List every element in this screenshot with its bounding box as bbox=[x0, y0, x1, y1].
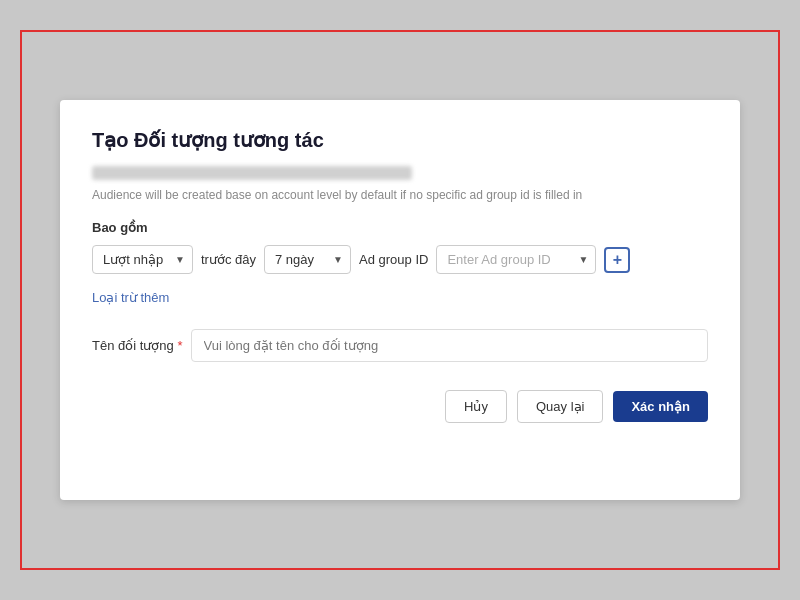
audience-name-input[interactable] bbox=[191, 329, 708, 362]
ad-group-select-wrapper[interactable]: Enter Ad group ID ▼ bbox=[436, 245, 596, 274]
type-select-wrapper[interactable]: Lượt nhập Lượt xem ▼ bbox=[92, 245, 193, 274]
modal-container: Tạo Đối tượng tương tác Audience will be… bbox=[60, 100, 740, 500]
exclude-link[interactable]: Loại trừ thêm bbox=[92, 290, 169, 305]
name-label: Tên đối tượng * bbox=[92, 338, 183, 353]
include-row: Lượt nhập Lượt xem ▼ trước đây 7 ngày 14… bbox=[92, 245, 708, 274]
confirm-button[interactable]: Xác nhận bbox=[613, 391, 708, 422]
ad-group-select[interactable]: Enter Ad group ID bbox=[436, 245, 596, 274]
back-button[interactable]: Quay lại bbox=[517, 390, 603, 423]
section-include-label: Bao gồm bbox=[92, 220, 708, 235]
ad-group-label: Ad group ID bbox=[359, 252, 428, 267]
name-row: Tên đối tượng * bbox=[92, 329, 708, 362]
blurred-row bbox=[92, 166, 412, 180]
footer-row: Hủy Quay lại Xác nhận bbox=[92, 390, 708, 423]
add-ad-group-button[interactable]: + bbox=[604, 247, 630, 273]
hint-text: Audience will be created base on account… bbox=[92, 188, 708, 202]
outer-border: Tạo Đối tượng tương tác Audience will be… bbox=[20, 30, 780, 570]
days-select[interactable]: 7 ngày 14 ngày 30 ngày bbox=[264, 245, 351, 274]
type-select[interactable]: Lượt nhập Lượt xem bbox=[92, 245, 193, 274]
modal-title: Tạo Đối tượng tương tác bbox=[92, 128, 708, 152]
cancel-button[interactable]: Hủy bbox=[445, 390, 507, 423]
days-select-wrapper[interactable]: 7 ngày 14 ngày 30 ngày ▼ bbox=[264, 245, 351, 274]
between-text: trước đây bbox=[201, 252, 256, 267]
required-star: * bbox=[177, 338, 182, 353]
plus-icon: + bbox=[613, 251, 622, 269]
